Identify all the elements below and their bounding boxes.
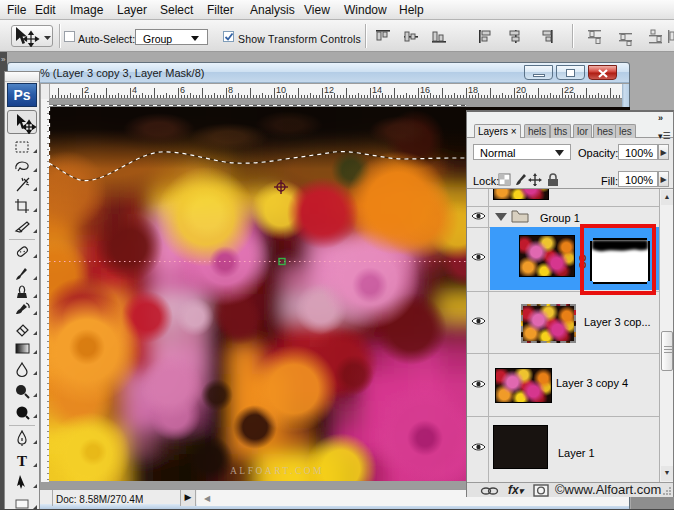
svg-text:T: T [17,453,27,469]
svg-text:ALFOART.COM: ALFOART.COM [230,466,324,476]
